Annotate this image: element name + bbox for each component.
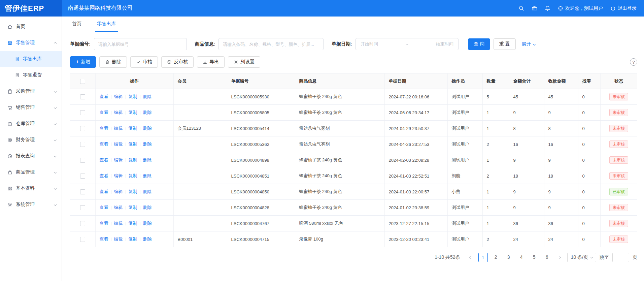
prev-page-button[interactable] — [466, 253, 475, 262]
delete-link[interactable]: 删除 — [143, 157, 152, 162]
edit-link[interactable]: 编辑 — [114, 205, 123, 210]
export-button[interactable]: 导出 — [197, 56, 225, 68]
view-link[interactable]: 查看 — [100, 221, 108, 226]
view-link[interactable]: 查看 — [100, 110, 108, 115]
copy-link[interactable]: 复制 — [129, 126, 137, 131]
sidebar-item-retail-outbound[interactable]: 零售出库 — [0, 51, 62, 67]
delete-button[interactable]: 删除 — [99, 56, 127, 68]
sidebar-item-sales-management[interactable]: 销售管理 — [0, 99, 62, 116]
page-number-1[interactable]: 1 — [478, 253, 488, 262]
select-all-checkbox[interactable] — [80, 79, 85, 84]
bill-no-input[interactable] — [94, 38, 187, 50]
edit-link[interactable]: 编辑 — [114, 126, 123, 131]
page-number-2[interactable]: 2 — [491, 253, 501, 262]
search-button[interactable]: 查 询 — [468, 38, 490, 50]
sidebar-item-system-management[interactable]: 系统管理 — [0, 196, 62, 213]
page-number-4[interactable]: 4 — [517, 253, 526, 262]
date-range-picker[interactable]: 开始时间 ~ 结束时间 — [355, 38, 459, 50]
row-checkbox[interactable] — [80, 142, 85, 147]
copy-link[interactable]: 复制 — [129, 189, 137, 194]
page-size-select[interactable]: 10 条/页 — [567, 253, 596, 262]
edit-link[interactable]: 编辑 — [114, 94, 123, 99]
sidebar-item-goods-management[interactable]: 商品管理 — [0, 164, 62, 180]
next-page-button[interactable] — [555, 253, 564, 262]
audit-button[interactable]: 审核 — [130, 56, 158, 68]
view-link[interactable]: 查看 — [100, 142, 108, 147]
delete-link[interactable]: 删除 — [143, 237, 152, 242]
cell-goods: 蜂蜜柚子茶 240g 黄色 — [295, 89, 384, 105]
search-icon[interactable] — [518, 5, 524, 11]
view-link[interactable]: 查看 — [100, 157, 108, 162]
sidebar-item-purchase-management[interactable]: 采购管理 — [0, 83, 62, 99]
row-checkbox[interactable] — [80, 221, 85, 226]
row-checkbox[interactable] — [80, 126, 85, 131]
delete-link[interactable]: 删除 — [143, 94, 152, 99]
sidebar-item-warehouse-management[interactable]: 仓库管理 — [0, 116, 62, 132]
edit-link[interactable]: 编辑 — [114, 189, 123, 194]
tab-home[interactable]: 首页 — [70, 21, 83, 32]
add-button[interactable]: + 新增 — [70, 56, 96, 68]
view-link[interactable]: 查看 — [100, 189, 108, 194]
ban-icon — [167, 60, 172, 64]
delete-link[interactable]: 删除 — [143, 221, 152, 226]
view-link[interactable]: 查看 — [100, 126, 108, 131]
column-settings-button[interactable]: 列设置 — [228, 56, 260, 68]
delete-link[interactable]: 删除 — [143, 189, 152, 194]
tab-retail-outbound[interactable]: 零售出库 — [95, 21, 118, 32]
row-checkbox[interactable] — [80, 174, 85, 179]
view-link[interactable]: 查看 — [100, 173, 108, 178]
view-link[interactable]: 查看 — [100, 94, 108, 99]
edit-link[interactable]: 编辑 — [114, 142, 123, 147]
copy-link[interactable]: 复制 — [129, 205, 137, 210]
row-checkbox[interactable] — [80, 237, 85, 242]
row-checkbox[interactable] — [80, 189, 85, 194]
copy-link[interactable]: 复制 — [129, 221, 137, 226]
view-link[interactable]: 查看 — [100, 205, 108, 210]
sidebar-item-retail-return[interactable]: 零售退货 — [0, 67, 62, 83]
status-badge: 未审核 — [609, 220, 628, 227]
gear-icon — [7, 202, 12, 207]
cell-goods: 蜂蜜柚子茶 240g 黄色 — [295, 184, 384, 200]
copy-link[interactable]: 复制 — [129, 237, 137, 242]
row-checkbox[interactable] — [80, 110, 85, 115]
delete-link[interactable]: 删除 — [143, 142, 152, 147]
sidebar-item-base-data[interactable]: 基本资料 — [0, 180, 62, 196]
edit-link[interactable]: 编辑 — [114, 157, 123, 162]
goods-info-input[interactable] — [218, 38, 324, 50]
reset-button[interactable]: 重 置 — [494, 38, 516, 50]
view-link[interactable]: 查看 — [100, 237, 108, 242]
copy-link[interactable]: 复制 — [129, 157, 137, 162]
sidebar-item-home[interactable]: 首页 — [0, 19, 62, 35]
sidebar-item-report-query[interactable]: 报表查询 — [0, 148, 62, 164]
organization-icon[interactable] — [532, 5, 537, 11]
cell-amount: 9 — [509, 184, 544, 200]
row-checkbox[interactable] — [80, 158, 85, 163]
help-icon[interactable]: ? — [630, 58, 637, 66]
bell-icon[interactable] — [545, 5, 550, 11]
delete-link[interactable]: 删除 — [143, 205, 152, 210]
page-number-5[interactable]: 5 — [530, 253, 539, 262]
sidebar-item-retail-management[interactable]: 零售管理 — [0, 35, 62, 51]
edit-link[interactable]: 编辑 — [114, 237, 123, 242]
expand-link[interactable]: 展开 — [522, 41, 535, 47]
sidebar-item-finance-management[interactable]: 财务管理 — [0, 132, 62, 148]
row-checkbox[interactable] — [80, 94, 85, 99]
jump-page-input[interactable] — [612, 253, 629, 262]
delete-link[interactable]: 删除 — [143, 173, 152, 178]
copy-link[interactable]: 复制 — [129, 94, 137, 99]
delete-link[interactable]: 删除 — [143, 126, 152, 131]
edit-link[interactable]: 编辑 — [114, 173, 123, 178]
logout-button[interactable]: 退出登录 — [610, 5, 637, 11]
page-number-3[interactable]: 3 — [504, 253, 513, 262]
unaudit-button[interactable]: 反审核 — [161, 56, 194, 68]
edit-link[interactable]: 编辑 — [114, 221, 123, 226]
copy-link[interactable]: 复制 — [129, 173, 137, 178]
cell-member — [173, 184, 227, 200]
page-number-6[interactable]: 6 — [542, 253, 552, 262]
copy-link[interactable]: 复制 — [129, 110, 137, 115]
copy-link[interactable]: 复制 — [129, 142, 137, 147]
cell-date: 2024-04-26 23:27:53 — [384, 136, 447, 152]
edit-link[interactable]: 编辑 — [114, 110, 123, 115]
row-checkbox[interactable] — [80, 205, 85, 210]
delete-link[interactable]: 删除 — [143, 110, 152, 115]
